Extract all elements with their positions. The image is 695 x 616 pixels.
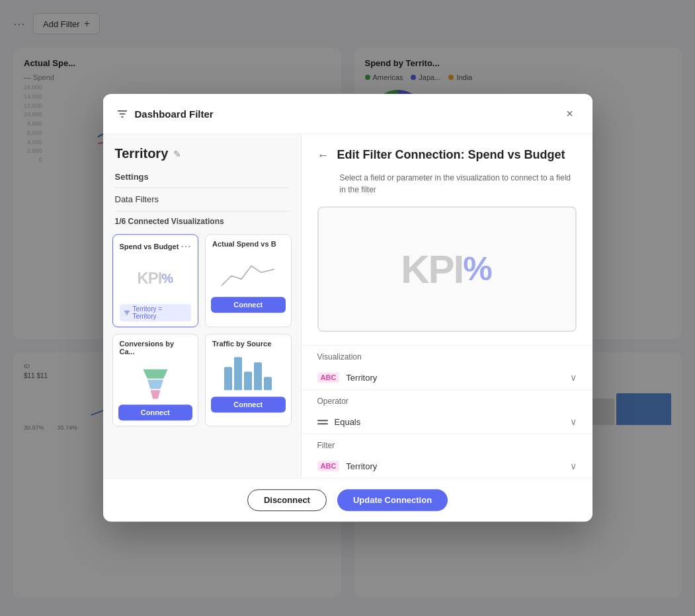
kpi-preview-pct: % bbox=[463, 250, 492, 289]
close-button[interactable]: × bbox=[561, 104, 579, 123]
right-panel-title: Edit Filter Connection: Spend vs Budget bbox=[337, 147, 565, 163]
viz-name-3: Conversions by Ca... bbox=[120, 340, 192, 356]
filter-value: Territory bbox=[346, 461, 563, 471]
viz-card-spend-budget[interactable]: Spend vs Budget ⋯ KPI % Territory = Terr… bbox=[112, 234, 199, 327]
connected-viz-label: 1/6 Connected Visualizations bbox=[103, 212, 301, 230]
chevron-down-icon-2: ∨ bbox=[570, 417, 577, 428]
filter-dropdown[interactable]: ABC Territory ∨ bbox=[302, 455, 593, 479]
visualization-label: Visualization bbox=[302, 346, 593, 366]
settings-label: Settings bbox=[103, 168, 301, 187]
back-button[interactable]: ← bbox=[317, 147, 329, 163]
connect-btn-4[interactable]: Connect bbox=[211, 397, 286, 412]
abc-badge-1: ABC bbox=[317, 373, 340, 383]
modal-header: Dashboard Filter × bbox=[103, 94, 593, 134]
visualization-section: Visualization ABC Territory ∨ bbox=[302, 346, 593, 390]
filter-icon bbox=[116, 108, 128, 120]
equals-icon bbox=[317, 420, 328, 424]
modal-title: Dashboard Filter bbox=[135, 108, 561, 120]
abc-badge-2: ABC bbox=[317, 461, 340, 472]
viz-grid: Spend vs Budget ⋯ KPI % Territory = Terr… bbox=[103, 230, 301, 436]
svg-marker-9 bbox=[150, 390, 160, 399]
edit-icon[interactable]: ✎ bbox=[173, 149, 181, 159]
update-connection-button[interactable]: Update Connection bbox=[337, 490, 448, 512]
territory-badge: Territory = Territory bbox=[120, 304, 192, 321]
operator-label: Operator bbox=[302, 391, 593, 410]
viz-sparkline-2 bbox=[218, 256, 278, 292]
viz-card-traffic[interactable]: Traffic by Source Connect bbox=[205, 334, 292, 426]
connect-btn-3[interactable]: Connect bbox=[118, 404, 193, 420]
svg-marker-8 bbox=[147, 380, 163, 389]
right-panel: ← Edit Filter Connection: Spend vs Budge… bbox=[302, 134, 593, 478]
viz-card-conversions[interactable]: Conversions by Ca... Connect bbox=[112, 334, 199, 426]
right-panel-subtitle: Select a field or parameter in the visua… bbox=[302, 173, 593, 207]
data-filters-row[interactable]: Data Filters bbox=[103, 188, 301, 211]
connect-btn-2[interactable]: Connect bbox=[211, 297, 286, 313]
kpi-preview-text: KPI bbox=[401, 247, 463, 292]
filter-section: Filter ABC Territory ∨ bbox=[302, 434, 593, 479]
viz-name-1: Spend vs Budget bbox=[120, 243, 179, 250]
viz-menu-icon-1[interactable]: ⋯ bbox=[181, 240, 191, 252]
operator-value: Equals bbox=[335, 417, 563, 427]
operator-section: Operator Equals ∨ bbox=[302, 390, 593, 434]
disconnect-button[interactable]: Disconnect bbox=[247, 490, 327, 512]
chevron-down-icon-3: ∨ bbox=[570, 461, 577, 472]
visualization-value: Territory bbox=[346, 373, 563, 383]
filter-name: Territory bbox=[115, 146, 169, 161]
left-panel: Territory ✎ Settings Data Filters 1/6 Co… bbox=[103, 134, 302, 478]
viz-name-4: Traffic by Source bbox=[212, 340, 271, 348]
dashboard-filter-modal: Dashboard Filter × Territory ✎ Settings … bbox=[103, 94, 593, 521]
svg-marker-7 bbox=[143, 369, 167, 379]
viz-name-2: Actual Spend vs B bbox=[212, 240, 276, 248]
filter-label: Filter bbox=[302, 435, 593, 455]
viz-bar-4 bbox=[219, 357, 277, 390]
viz-funnel-3 bbox=[139, 363, 172, 400]
kpi-display-1: KPI bbox=[137, 269, 161, 288]
kpi-preview: KPI % bbox=[317, 207, 577, 332]
kpi-pct-1: % bbox=[161, 271, 173, 286]
chevron-down-icon-1: ∨ bbox=[570, 373, 577, 383]
operator-dropdown[interactable]: Equals ∨ bbox=[302, 410, 593, 434]
visualization-dropdown[interactable]: ABC Territory ∨ bbox=[302, 366, 593, 390]
modal-body: Territory ✎ Settings Data Filters 1/6 Co… bbox=[103, 134, 593, 478]
modal-footer: Disconnect Update Connection bbox=[103, 479, 593, 522]
viz-card-actual-spend[interactable]: Actual Spend vs B Connect bbox=[205, 234, 292, 327]
